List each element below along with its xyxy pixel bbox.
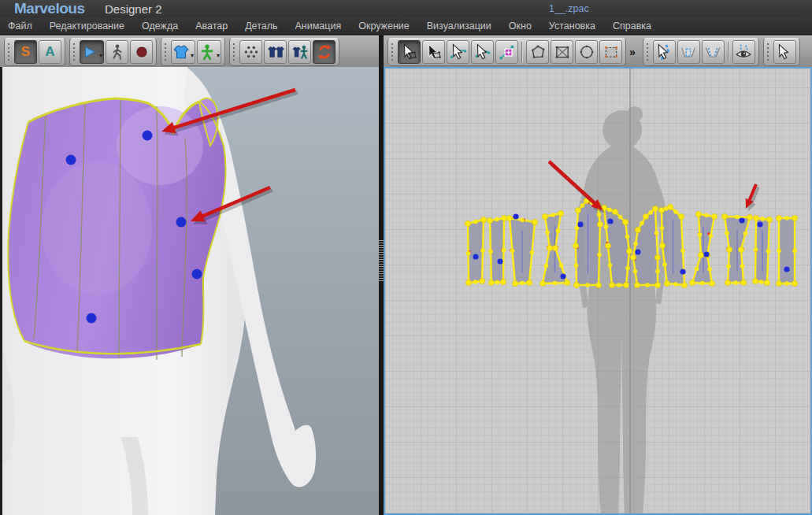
edge-midpoint-handle[interactable]: [645, 283, 650, 287]
menu-item-10[interactable]: Справка: [604, 17, 660, 35]
edge-midpoint-handle[interactable]: [709, 234, 714, 239]
edge-midpoint-handle[interactable]: [673, 209, 678, 214]
edge-midpoint-handle[interactable]: [625, 235, 630, 239]
vertex-handle[interactable]: [465, 220, 470, 226]
pin-point[interactable]: [577, 221, 583, 227]
vertex-handle[interactable]: [689, 280, 695, 285]
vertex-handle[interactable]: [747, 214, 752, 220]
simulate-toggle-button[interactable]: S: [14, 40, 37, 64]
edge-midpoint-handle[interactable]: [473, 280, 478, 284]
vertex-handle[interactable]: [501, 215, 506, 220]
edge-midpoint-handle[interactable]: [495, 280, 500, 285]
menu-item-1[interactable]: Редактирование: [41, 17, 133, 35]
vertex-handle[interactable]: [539, 280, 545, 286]
vertex-handle[interactable]: [753, 215, 758, 220]
vertex-handle[interactable]: [654, 254, 660, 260]
record-animation-button[interactable]: [130, 40, 153, 64]
edge-midpoint-handle[interactable]: [495, 217, 499, 222]
edge-midpoint-handle[interactable]: [580, 203, 585, 208]
edge-midpoint-handle[interactable]: [617, 283, 621, 287]
vertex-handle[interactable]: [479, 278, 484, 283]
vertex-handle[interactable]: [506, 215, 512, 220]
edge-midpoint-handle[interactable]: [777, 249, 781, 254]
edge-midpoint-handle[interactable]: [784, 216, 789, 220]
pattern-piece-5[interactable]: [573, 198, 603, 287]
menu-item-3[interactable]: Аватар: [187, 17, 236, 35]
edge-midpoint-handle[interactable]: [597, 213, 602, 217]
edge-midpoint-handle[interactable]: [502, 248, 506, 253]
show-garment-layers-button[interactable]: [264, 40, 287, 64]
walk-avatar-button[interactable]: [106, 40, 128, 64]
vertex-handle[interactable]: [605, 243, 610, 248]
edit-sewing-tool-button[interactable]: [653, 40, 676, 64]
edge-midpoint-handle[interactable]: [480, 248, 485, 253]
pattern-piece-11[interactable]: [752, 215, 772, 285]
edge-midpoint-handle[interactable]: [707, 267, 712, 272]
vertex-handle[interactable]: [698, 252, 703, 258]
group-grip[interactable]: [72, 43, 77, 61]
edge-midpoint-handle[interactable]: [660, 226, 665, 231]
toolbar-overflow-button[interactable]: »: [629, 46, 636, 57]
vertex-handle[interactable]: [597, 221, 603, 227]
vertex-handle[interactable]: [652, 206, 658, 211]
pin-point[interactable]: [739, 217, 744, 223]
menu-item-6[interactable]: Окружение: [350, 17, 418, 35]
group-grip[interactable]: [391, 43, 395, 61]
create-rectangle-tool-button[interactable]: [551, 40, 573, 64]
edge-midpoint-handle[interactable]: [556, 228, 561, 233]
create-internal-shape-tool-button[interactable]: [599, 40, 622, 64]
select-tool-extra-button[interactable]: [773, 40, 796, 64]
vertex-handle[interactable]: [792, 280, 797, 286]
edge-midpoint-handle[interactable]: [625, 266, 630, 271]
vertex-handle[interactable]: [725, 280, 730, 285]
edge-midpoint-handle[interactable]: [544, 264, 549, 269]
vertex-handle[interactable]: [500, 279, 506, 284]
pin-point[interactable]: [497, 258, 502, 264]
corset-garment[interactable]: [8, 98, 225, 360]
edge-midpoint-handle[interactable]: [655, 269, 660, 274]
vertex-handle[interactable]: [681, 282, 687, 287]
pin-point[interactable]: [757, 221, 762, 227]
pattern-piece-1[interactable]: [465, 217, 486, 285]
vertex-handle[interactable]: [542, 213, 547, 219]
vertex-handle[interactable]: [726, 246, 732, 252]
pin-point[interactable]: [192, 269, 202, 280]
vertex-handle[interactable]: [564, 280, 569, 285]
edge-midpoint-handle[interactable]: [604, 224, 609, 229]
vertex-handle[interactable]: [612, 209, 617, 214]
vertex-handle[interactable]: [643, 213, 648, 219]
viewport-3d[interactable]: [0, 67, 379, 515]
edge-midpoint-handle[interactable]: [654, 231, 659, 235]
pin-point[interactable]: [143, 131, 153, 141]
vertex-handle[interactable]: [547, 245, 552, 250]
vertex-handle[interactable]: [480, 217, 486, 222]
vertex-handle[interactable]: [552, 245, 558, 250]
animation-toggle-button[interactable]: A: [39, 40, 61, 64]
pattern-piece-2[interactable]: [487, 215, 506, 285]
menu-item-4[interactable]: Деталь: [236, 17, 286, 35]
vertex-handle[interactable]: [609, 282, 614, 287]
vertex-handle[interactable]: [764, 280, 769, 285]
edge-midpoint-handle[interactable]: [740, 264, 745, 269]
group-grip[interactable]: [766, 43, 771, 61]
vertex-handle[interactable]: [532, 219, 537, 224]
edge-midpoint-handle[interactable]: [648, 210, 653, 215]
pin-point[interactable]: [560, 273, 565, 279]
vertex-handle[interactable]: [558, 210, 563, 216]
select-pattern-tool-button[interactable]: [398, 40, 421, 64]
pattern-piece-3[interactable]: [506, 213, 537, 286]
edge-midpoint-handle[interactable]: [608, 263, 613, 268]
edge-midpoint-handle[interactable]: [743, 232, 748, 236]
vertex-handle[interactable]: [487, 217, 492, 223]
pin-point[interactable]: [473, 254, 478, 259]
pattern-piece-12[interactable]: [776, 215, 797, 286]
edge-midpoint-handle[interactable]: [607, 208, 612, 213]
pin-point[interactable]: [635, 249, 640, 254]
drape-garment-button[interactable]: [288, 40, 311, 64]
vertex-handle[interactable]: [740, 280, 746, 285]
pattern-piece-4[interactable]: [539, 210, 569, 286]
edge-midpoint-handle[interactable]: [759, 280, 764, 284]
edge-midpoint-handle[interactable]: [633, 242, 638, 246]
vertex-handle[interactable]: [738, 246, 743, 252]
edge-midpoint-handle[interactable]: [530, 250, 535, 255]
